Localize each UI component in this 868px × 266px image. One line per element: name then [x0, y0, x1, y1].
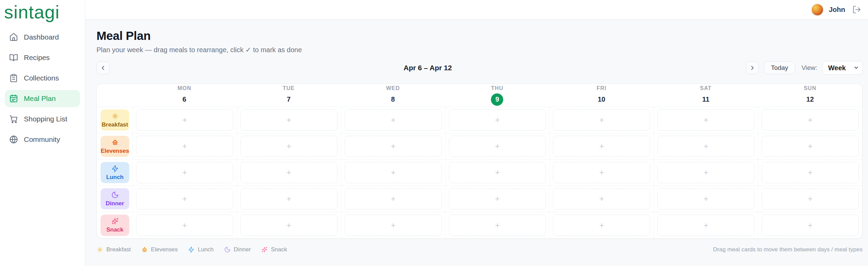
add-meal-slot-breakfast-sat[interactable]: +: [657, 109, 754, 131]
add-meal-slot-breakfast-tue[interactable]: +: [240, 109, 338, 131]
add-meal-slot-elevenses-sun[interactable]: +: [762, 136, 859, 157]
today-button[interactable]: Today: [764, 61, 795, 74]
day-name: TUE: [283, 85, 295, 91]
add-meal-slot-lunch-thu[interactable]: +: [449, 162, 546, 183]
add-meal-slot-breakfast-fri[interactable]: +: [553, 109, 650, 131]
add-meal-slot-snack-thu[interactable]: +: [449, 215, 546, 236]
day-name: THU: [491, 85, 504, 91]
sidebar-item-label: Shopping List: [24, 115, 67, 123]
add-meal-slot-breakfast-wed[interactable]: +: [345, 109, 442, 131]
day-header-fri: FRI10: [549, 84, 654, 107]
add-meal-slot-elevenses-fri[interactable]: +: [553, 136, 650, 157]
add-meal-slot-elevenses-sat[interactable]: +: [657, 136, 754, 157]
add-meal-slot-dinner-tue[interactable]: +: [240, 188, 338, 209]
sidebar-item-shopping-list[interactable]: Shopping List: [5, 110, 80, 128]
calendar-cell: +: [758, 133, 862, 159]
plus-icon: +: [495, 116, 500, 124]
sidebar-item-recipes[interactable]: Recipes: [5, 49, 80, 66]
calendar-cell: +: [549, 212, 654, 238]
add-meal-slot-snack-tue[interactable]: +: [240, 215, 338, 236]
avatar[interactable]: [811, 3, 824, 16]
plus-icon: +: [495, 221, 500, 230]
add-meal-slot-lunch-wed[interactable]: +: [345, 162, 442, 183]
add-meal-slot-lunch-sun[interactable]: +: [762, 162, 859, 183]
sidebar-item-community[interactable]: Community: [5, 131, 80, 148]
calendar-cell: +: [132, 107, 237, 133]
sidebar-item-label: Meal Plan: [24, 94, 56, 103]
meal-row-snack: Snack+++++++: [97, 212, 862, 238]
add-meal-slot-breakfast-sun[interactable]: +: [762, 109, 859, 131]
day-name: SAT: [700, 85, 712, 91]
prev-week-button[interactable]: [96, 61, 109, 74]
add-meal-slot-snack-wed[interactable]: +: [345, 215, 442, 236]
calendar-cell: +: [758, 107, 862, 133]
sidebar-item-dashboard[interactable]: Dashboard: [5, 29, 80, 46]
calendar-cell: +: [132, 160, 237, 186]
add-meal-slot-dinner-wed[interactable]: +: [345, 188, 442, 209]
add-meal-slot-lunch-tue[interactable]: +: [240, 162, 338, 183]
meal-type-label-cell: Lunch: [97, 160, 132, 186]
meal-row-elevenses: Elevenses+++++++: [97, 133, 862, 160]
add-meal-slot-breakfast-thu[interactable]: +: [449, 109, 546, 131]
add-meal-slot-dinner-thu[interactable]: +: [449, 188, 546, 209]
add-meal-slot-lunch-fri[interactable]: +: [553, 162, 650, 183]
day-name: FRI: [597, 85, 607, 91]
plus-icon: +: [808, 116, 813, 124]
calendar-cell: +: [654, 133, 758, 159]
sidebar-item-meal-plan[interactable]: Meal Plan: [5, 90, 80, 107]
add-meal-slot-lunch-mon[interactable]: +: [136, 162, 233, 183]
add-meal-slot-snack-sat[interactable]: +: [657, 215, 754, 236]
meal-type-legend: BreakfastElevensesLunchDinnerSnack: [96, 246, 287, 253]
add-meal-slot-breakfast-mon[interactable]: +: [136, 109, 233, 131]
add-meal-slot-snack-sun[interactable]: +: [762, 215, 859, 236]
day-date: 12: [804, 93, 816, 106]
add-meal-slot-dinner-fri[interactable]: +: [553, 188, 650, 209]
plus-icon: +: [704, 142, 708, 150]
sidebar-item-label: Dashboard: [24, 33, 59, 41]
calendar-cell: +: [549, 160, 654, 186]
add-meal-slot-dinner-sun[interactable]: +: [762, 188, 859, 209]
calendar-cell: +: [237, 212, 341, 238]
meal-type-label: Dinner: [106, 200, 124, 207]
day-header-thu: THU9: [445, 84, 550, 107]
calendar-cell: +: [758, 212, 862, 238]
calendar-cell: +: [758, 160, 862, 186]
calendar-cell: +: [445, 160, 550, 186]
meal-type-chip-lunch: Lunch: [101, 162, 129, 183]
view-select[interactable]: Week: [822, 61, 863, 75]
calendar-cell: +: [237, 186, 341, 212]
cart-icon: [9, 115, 18, 123]
plus-icon: +: [182, 195, 187, 203]
add-meal-slot-snack-fri[interactable]: +: [553, 215, 650, 236]
day-name: WED: [386, 85, 400, 91]
sparkles-icon: [261, 246, 268, 253]
plus-icon: +: [286, 168, 291, 177]
add-meal-slot-dinner-sat[interactable]: +: [657, 188, 754, 209]
sun-icon: [111, 112, 119, 120]
meal-row-breakfast: Breakfast+++++++: [97, 107, 862, 133]
add-meal-slot-elevenses-thu[interactable]: +: [449, 136, 546, 157]
add-meal-slot-elevenses-tue[interactable]: +: [240, 136, 338, 157]
legend-item-elevenses: Elevenses: [141, 246, 178, 253]
next-week-button[interactable]: [746, 61, 759, 74]
add-meal-slot-lunch-sat[interactable]: +: [657, 162, 754, 183]
add-meal-slot-snack-mon[interactable]: +: [136, 215, 233, 236]
sidebar-nav: DashboardRecipesCollectionsMeal PlanShop…: [0, 29, 85, 148]
calendar-icon: [9, 94, 18, 103]
steamer-icon: [141, 246, 148, 253]
legend-item-breakfast: Breakfast: [96, 246, 131, 253]
plus-icon: +: [808, 195, 813, 203]
app-logo: sintagi: [4, 1, 60, 23]
calendar-cell: +: [549, 107, 654, 133]
day-name: MON: [178, 85, 191, 91]
calendar-cell: +: [132, 133, 237, 159]
add-meal-slot-elevenses-mon[interactable]: +: [136, 136, 233, 157]
bolt-icon: [188, 246, 195, 253]
sidebar-item-collections[interactable]: Collections: [5, 70, 80, 87]
add-meal-slot-dinner-mon[interactable]: +: [136, 188, 233, 209]
day-date: 11: [700, 93, 712, 106]
add-meal-slot-elevenses-wed[interactable]: +: [345, 136, 442, 157]
plus-icon: +: [599, 142, 604, 150]
today-date-badge: 9: [491, 93, 503, 106]
logout-icon[interactable]: [852, 5, 861, 14]
